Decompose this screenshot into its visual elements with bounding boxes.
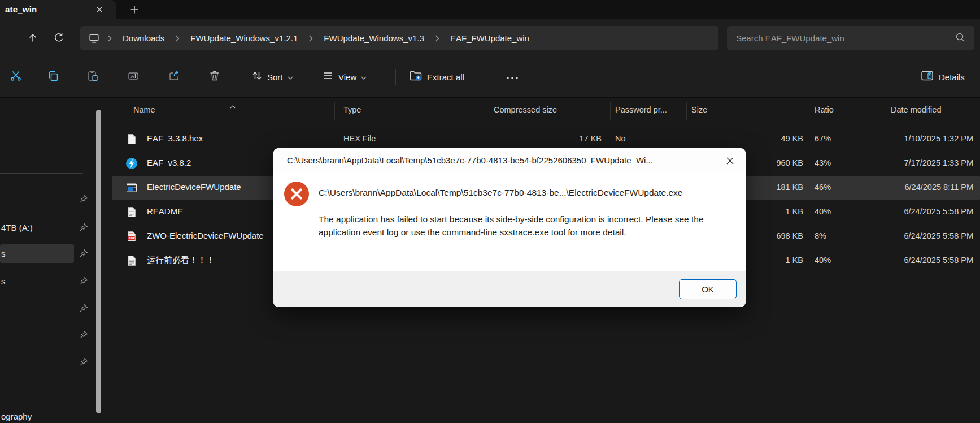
- svg-text:PDF: PDF: [129, 236, 136, 240]
- breadcrumb-item-eaf-fwupdate-win[interactable]: EAF_FWUpdate_win: [447, 31, 533, 45]
- error-dialog: C:\Users\brann\AppData\Local\Temp\51cb3e…: [273, 148, 746, 307]
- file-compressed-size: 17 KB: [432, 134, 602, 143]
- file-type: HEX File: [343, 134, 376, 143]
- view-label: View: [338, 72, 356, 82]
- file-ratio: 67%: [815, 134, 831, 143]
- column-divider[interactable]: [334, 102, 335, 120]
- dialog-close-icon[interactable]: [726, 157, 734, 165]
- file-ratio: 8%: [815, 231, 826, 240]
- toolbar-separator: [395, 69, 396, 85]
- chevron-right-icon: [435, 35, 439, 42]
- pin-icon: [79, 304, 88, 313]
- dialog-titlebar[interactable]: C:\Users\brann\AppData\Local\Temp\51cb3e…: [273, 148, 746, 173]
- breadcrumb-item-downloads[interactable]: Downloads: [119, 31, 168, 45]
- ok-button[interactable]: OK: [679, 279, 737, 299]
- share-button[interactable]: [162, 66, 186, 88]
- column-header-password[interactable]: Password pr...: [615, 105, 667, 114]
- sidebar-divider: [0, 173, 83, 174]
- chevron-down-icon: [288, 72, 293, 82]
- column-divider[interactable]: [610, 102, 611, 120]
- view-list-icon: [323, 70, 334, 84]
- sidebar-item-label: s: [1, 249, 6, 258]
- file-ratio: 40%: [815, 256, 831, 265]
- pin-icon: [79, 223, 88, 232]
- file-date-modified: 6/24/2025 5:58 PM: [860, 231, 973, 240]
- dialog-footer: OK: [273, 271, 746, 307]
- tab-eaf-fwupdate-win[interactable]: ate_win: [0, 0, 116, 19]
- extract-folder-icon: [409, 70, 423, 84]
- tab-close-icon[interactable]: [95, 5, 104, 14]
- navigation-bar: Downloads FWUpdate_Windows_v1.2.1 FWUpda…: [0, 19, 980, 57]
- file-ratio: 43%: [815, 158, 831, 167]
- up-button[interactable]: [21, 27, 44, 49]
- lightning-app-icon: [125, 157, 138, 170]
- delete-button[interactable]: [202, 66, 227, 88]
- column-header-ratio[interactable]: Ratio: [815, 105, 834, 114]
- file-password-protected: No: [615, 134, 626, 143]
- svg-text:A: A: [131, 74, 134, 79]
- sidebar-item-active[interactable]: s: [0, 244, 90, 263]
- details-label: Details: [939, 72, 965, 82]
- paste-button[interactable]: [80, 66, 105, 88]
- column-header-compressed-size[interactable]: Compressed size: [494, 105, 557, 114]
- column-header-row: Name Type Compressed size Password pr...…: [112, 100, 980, 122]
- this-pc-icon[interactable]: [88, 32, 100, 44]
- file-name: ZWO-ElectricDeviceFWUpdate: [147, 231, 264, 240]
- tab-title: ate_win: [5, 5, 37, 14]
- chevron-right-icon: [175, 35, 180, 42]
- scissors-icon: [10, 70, 22, 84]
- sidebar-item[interactable]: [0, 299, 90, 318]
- column-header-type[interactable]: Type: [343, 105, 361, 114]
- sidebar-item-drive-a[interactable]: 4TB (A:): [0, 218, 90, 237]
- extract-all-label: Extract all: [427, 72, 464, 82]
- sidebar-item[interactable]: [0, 353, 90, 372]
- breadcrumb-item-fwupdate-v121[interactable]: FWUpdate_Windows_v1.2.1: [187, 31, 301, 45]
- sidebar-item-bottom[interactable]: ography: [0, 407, 90, 423]
- extract-all-button[interactable]: Extract all: [404, 66, 469, 88]
- sort-button[interactable]: Sort: [247, 66, 298, 88]
- paste-icon: [86, 70, 99, 84]
- view-button[interactable]: View: [318, 66, 371, 88]
- new-tab-icon[interactable]: [130, 5, 139, 14]
- ellipsis-icon: [506, 72, 519, 82]
- chevron-right-icon: [308, 35, 313, 42]
- pin-icon: [79, 330, 88, 339]
- rename-button[interactable]: A: [121, 66, 146, 88]
- text-document-icon: [125, 206, 138, 218]
- search-placeholder: Search EAF_FWUpdate_win: [736, 33, 955, 43]
- tab-strip: ate_win: [0, 0, 980, 19]
- file-ratio: 40%: [815, 207, 831, 216]
- sidebar-active-highlight: [0, 244, 74, 263]
- chevron-right-icon: [107, 35, 112, 42]
- search-input[interactable]: Search EAF_FWUpdate_win: [727, 26, 974, 50]
- pin-icon: [79, 357, 88, 366]
- sidebar-item[interactable]: [0, 326, 90, 344]
- column-divider[interactable]: [686, 102, 687, 120]
- copy-button[interactable]: [41, 66, 66, 88]
- column-divider[interactable]: [809, 102, 809, 120]
- sidebar-item[interactable]: s: [0, 272, 90, 291]
- column-header-name[interactable]: Name: [133, 105, 155, 114]
- file-date-modified: 1/10/2025 1:32 PM: [860, 134, 973, 143]
- more-options-button[interactable]: [500, 66, 525, 88]
- refresh-button[interactable]: [47, 27, 70, 49]
- chevron-down-icon: [361, 72, 367, 82]
- breadcrumb-item-fwupdate-v13[interactable]: FWUpdate_Windows_v1.3: [320, 31, 428, 45]
- dialog-body: C:\Users\brann\AppData\Local\Temp\51cb3e…: [273, 173, 746, 271]
- search-icon[interactable]: [955, 32, 965, 45]
- error-icon: [284, 181, 310, 207]
- column-header-size[interactable]: Size: [691, 105, 707, 114]
- sidebar-scrollbar-thumb[interactable]: [96, 110, 101, 413]
- cut-button[interactable]: [3, 66, 28, 88]
- column-divider[interactable]: [885, 102, 885, 120]
- pin-icon: [79, 195, 88, 204]
- breadcrumb: Downloads FWUpdate_Windows_v1.2.1 FWUpda…: [80, 26, 718, 50]
- file-date-modified: 6/24/2025 5:58 PM: [860, 256, 973, 265]
- dialog-message: The application has failed to start beca…: [319, 213, 723, 239]
- column-divider[interactable]: [489, 102, 489, 120]
- details-button[interactable]: Details: [916, 66, 969, 88]
- sidebar-item[interactable]: [0, 190, 90, 209]
- column-header-date-modified[interactable]: Date modified: [891, 105, 941, 114]
- trash-icon: [208, 70, 221, 84]
- sidebar-item-label: ography: [1, 412, 32, 421]
